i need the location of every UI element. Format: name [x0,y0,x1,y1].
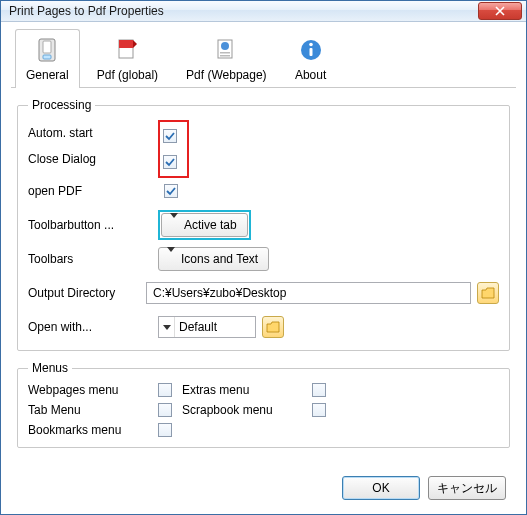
pdf-global-icon [111,34,143,66]
properties-dialog: Print Pages to Pdf Properties General Pd… [0,0,527,515]
toolbars-dropdown[interactable]: Icons and Text [158,247,269,271]
toolbarbutton-dropdown[interactable]: Active tab [161,213,248,237]
general-icon [31,34,63,66]
menus-group: Menus Webpages menu Extras menu Tab Menu… [17,361,510,448]
output-dir-input[interactable] [146,282,471,304]
extras-menu-label: Extras menu [182,383,312,397]
output-dir-label: Output Directory [28,286,146,300]
ok-button[interactable]: OK [342,476,420,500]
tab-pdf-global[interactable]: Pdf (global) [86,29,169,88]
svg-rect-6 [220,52,230,54]
close-dialog-label: Close Dialog [28,152,158,166]
highlight-red-box [158,120,189,178]
bookmarks-menu-checkbox[interactable] [158,423,172,437]
processing-legend: Processing [28,98,95,112]
autom-start-checkbox[interactable] [163,129,177,143]
menus-legend: Menus [28,361,72,375]
tab-about-label: About [295,68,326,82]
webpages-menu-label: Webpages menu [28,383,158,397]
open-with-caret[interactable] [159,317,175,337]
tab-pdf-global-label: Pdf (global) [97,68,158,82]
tab-general[interactable]: General [15,29,80,88]
window-close-button[interactable] [478,2,522,20]
toolbars-label: Toolbars [28,252,158,266]
tab-pdf-webpage[interactable]: Pdf (Webpage) [175,29,278,88]
extras-menu-checkbox[interactable] [312,383,326,397]
highlight-blue-box: Active tab [158,210,251,240]
svg-point-5 [221,42,229,50]
tab-general-label: General [26,68,69,82]
about-icon [295,34,327,66]
svg-rect-2 [43,55,51,59]
open-with-browse-button[interactable] [262,316,284,338]
processing-group: Processing Autom. start Close Dialog [17,98,510,351]
open-pdf-label: open PDF [28,184,158,198]
dialog-content: General Pdf (global) Pdf (Webpage) About [1,22,526,514]
titlebar: Print Pages to Pdf Properties [1,1,526,22]
chevron-down-icon [170,213,178,232]
scrapbook-menu-checkbox[interactable] [312,403,326,417]
autom-start-label: Autom. start [28,126,158,140]
chevron-down-icon [163,325,171,330]
tabbar: General Pdf (global) Pdf (Webpage) About [11,28,516,88]
webpages-menu-checkbox[interactable] [158,383,172,397]
svg-point-10 [309,43,313,47]
tab-about[interactable]: About [284,29,338,88]
tab-menu-label: Tab Menu [28,403,158,417]
svg-rect-1 [43,41,51,53]
toolbarbutton-label: Toolbarbutton ... [28,218,158,232]
open-with-combo[interactable] [158,316,256,338]
output-dir-browse-button[interactable] [477,282,499,304]
dialog-buttons: OK キャンセル [17,468,510,504]
toolbars-value: Icons and Text [181,252,258,266]
general-panel: Processing Autom. start Close Dialog [11,88,516,504]
scrapbook-menu-label: Scrapbook menu [182,403,312,417]
svg-rect-7 [220,55,230,57]
close-dialog-checkbox[interactable] [163,155,177,169]
svg-rect-9 [309,48,312,56]
chevron-down-icon [167,247,175,266]
tab-menu-checkbox[interactable] [158,403,172,417]
window-title: Print Pages to Pdf Properties [9,4,478,18]
bookmarks-menu-label: Bookmarks menu [28,423,158,437]
folder-icon [481,287,495,299]
tab-pdf-webpage-label: Pdf (Webpage) [186,68,267,82]
folder-icon [266,321,280,333]
cancel-button[interactable]: キャンセル [428,476,506,500]
pdf-webpage-icon [210,34,242,66]
toolbarbutton-value: Active tab [184,218,237,232]
open-with-label: Open with... [28,320,158,334]
close-icon [495,6,505,16]
open-with-input[interactable] [175,317,255,337]
open-pdf-checkbox[interactable] [164,184,178,198]
